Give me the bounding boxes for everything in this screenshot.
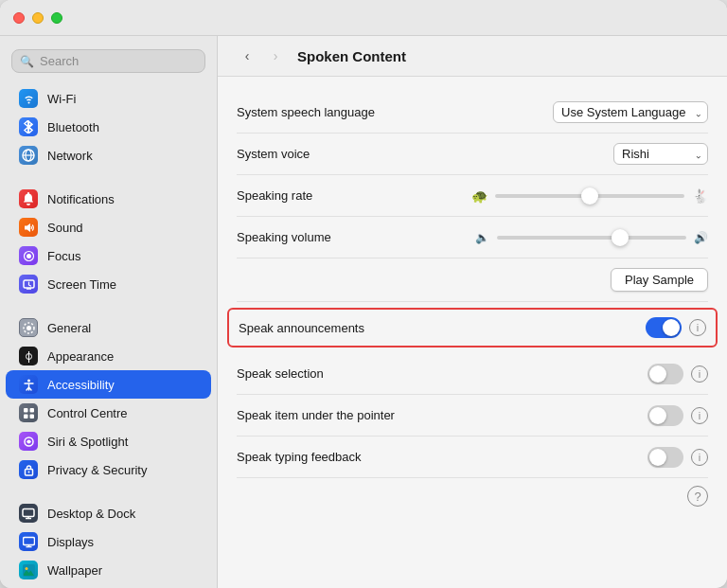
focus-icon [19,246,38,265]
sidebar-section-display: Desktop & Dock Displays [0,497,217,586]
speak-announcements-toggle-thumb [663,319,680,336]
back-button[interactable]: ‹ [237,45,257,66]
speech-language-dropdown-wrapper: Use System Language English (US) [553,101,708,123]
sidebar-item-displays[interactable]: Displays [6,527,211,556]
speaking-rate-track[interactable] [495,194,684,198]
bottom-help-container: ? [237,478,708,510]
sidebar-item-desktop[interactable]: Desktop & Dock [6,499,211,527]
svg-point-11 [27,379,30,382]
sidebar: 🔍 Search Wi-Fi [0,36,218,588]
speaking-volume-thumb[interactable] [612,229,629,246]
sound-icon [19,218,38,237]
siri-icon [19,432,38,451]
svg-rect-14 [24,414,28,419]
notifications-icon [19,189,38,208]
panel-body: System speech language Use System Langua… [218,77,727,588]
setting-row-play-sample: Play Sample [237,258,708,302]
sidebar-label-bluetooth: Bluetooth [47,120,99,134]
sidebar-label-controlcentre: Control Centre [47,406,128,420]
svg-rect-18 [23,508,34,516]
play-sample-button[interactable]: Play Sample [611,268,708,292]
info-icon: i [697,322,699,333]
speaking-rate-thumb[interactable] [581,187,598,205]
minimize-button[interactable] [32,12,44,24]
accessibility-icon [19,375,38,394]
speak-typing-toggle[interactable] [647,447,683,468]
setting-row-speaking-rate: Speaking rate 🐢 🐇 [237,175,708,217]
sidebar-item-accessibility[interactable]: Accessibility [6,370,211,399]
close-button[interactable] [13,12,25,24]
speak-pointer-toggle[interactable] [647,405,683,426]
svg-rect-21 [23,537,34,544]
system-voice-control: Rishi Alex Samantha [613,143,708,165]
sidebar-item-focus[interactable]: Focus [6,241,211,270]
system-voice-dropdown-wrapper: Rishi Alex Samantha [613,143,708,165]
forward-button[interactable]: › [265,45,286,66]
speak-typing-label: Speak typing feedback [237,450,362,464]
speak-pointer-info-button[interactable]: i [691,407,708,424]
svg-point-17 [27,471,29,472]
setting-row-speaking-volume: Speaking volume 🔈 🔊 [237,217,708,258]
panel-title: Spoken Content [297,48,406,64]
speech-language-control: Use System Language English (US) [553,101,708,123]
speak-pointer-control: i [647,405,708,426]
sidebar-item-wallpaper[interactable]: Wallpaper [6,556,211,584]
sidebar-item-sound[interactable]: Sound [6,213,211,241]
speaking-volume-slider-container: 🔈 🔊 [331,231,708,244]
sidebar-item-general[interactable]: General [6,313,211,342]
sidebar-label-notifications: Notifications [47,192,115,206]
speak-announcements-highlight: Speak announcements i [227,308,718,347]
sidebar-item-bluetooth[interactable]: Bluetooth [6,113,211,141]
search-container: 🔍 Search [0,45,217,82]
speech-language-label: System speech language [237,105,375,119]
sidebar-item-network[interactable]: Network [6,141,211,169]
svg-point-25 [25,567,27,570]
sidebar-item-notifications[interactable]: Notifications [6,185,211,213]
sidebar-item-appearance[interactable]: Appearance [6,342,211,370]
search-icon: 🔍 [20,55,34,68]
sidebar-item-siri[interactable]: Siri & Spotlight [6,427,211,455]
speak-pointer-label: Speak item under the pointer [237,408,395,422]
speak-announcements-toggle[interactable] [646,317,682,338]
svg-point-7 [27,326,31,330]
info-icon-4: i [699,452,700,463]
sidebar-item-wifi[interactable]: Wi-Fi [6,84,211,113]
sidebar-label-displays: Displays [47,535,94,549]
sidebar-label-privacy: Privacy & Security [47,463,147,477]
setting-row-speak-selection: Speak selection i [237,353,708,395]
speak-typing-info-button[interactable]: i [691,449,708,466]
help-button[interactable]: ? [687,486,708,507]
speak-announcements-info-button[interactable]: i [689,319,706,336]
speaking-volume-track[interactable] [497,236,686,240]
speak-selection-toggle[interactable] [647,364,683,384]
sidebar-item-privacy[interactable]: Privacy & Security [6,455,211,484]
speak-selection-control: i [647,364,708,384]
speak-selection-info-button[interactable]: i [691,365,708,383]
speak-announcements-label: Speak announcements [239,321,364,335]
svg-rect-15 [29,414,34,419]
general-icon [19,318,38,337]
speaking-rate-slider-container: 🐢 🐇 [312,188,708,204]
sidebar-section-system: Notifications Sound [0,183,217,300]
maximize-button[interactable] [51,12,62,24]
sidebar-item-controlcentre[interactable]: Control Centre [6,399,211,427]
main-window: 🔍 Search Wi-Fi [0,0,727,588]
sidebar-label-network: Network [47,149,93,163]
displays-icon [19,532,38,551]
system-voice-dropdown[interactable]: Rishi Alex Samantha [613,143,708,165]
speak-selection-toggle-thumb [649,365,666,383]
sidebar-label-focus: Focus [47,249,80,263]
wallpaper-icon [19,561,38,579]
content-panel: ‹ › Spoken Content System speech languag… [218,36,727,588]
speech-language-dropdown[interactable]: Use System Language English (US) [553,101,708,123]
controlcentre-icon [19,403,38,422]
svg-rect-12 [24,408,28,413]
speaking-rate-slow-icon: 🐢 [471,188,488,204]
search-box[interactable]: 🔍 Search [11,49,205,73]
sidebar-label-siri: Siri & Spotlight [47,435,128,449]
sidebar-label-wallpaper: Wallpaper [47,563,102,578]
speaking-rate-fast-icon: 🐇 [692,188,708,204]
sidebar-item-screentime[interactable]: Screen Time [6,270,211,298]
sidebar-label-wifi: Wi-Fi [47,92,76,106]
sidebar-label-sound: Sound [47,221,83,235]
